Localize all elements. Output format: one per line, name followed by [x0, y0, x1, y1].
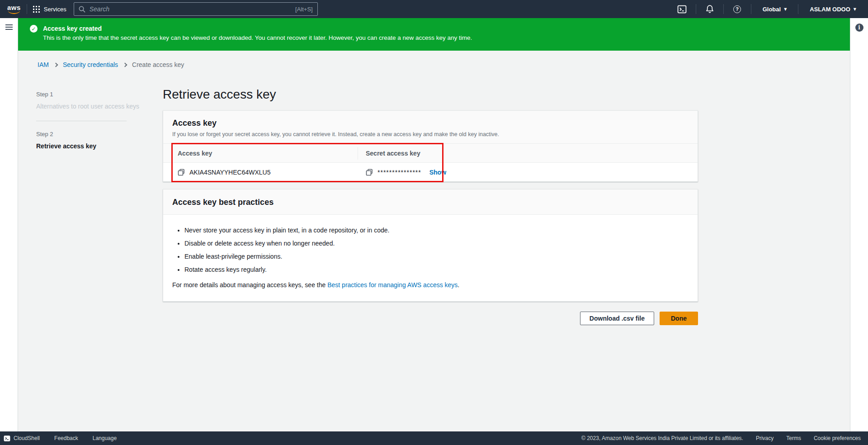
aws-logo-text: aws	[7, 5, 21, 11]
column-divider	[358, 147, 358, 160]
best-practices-card-header: Access key best practices	[163, 189, 698, 215]
access-key-card-description: If you lose or forget your secret access…	[172, 131, 689, 137]
cloudshell-terminal-icon	[4, 435, 10, 442]
access-key-row: AKIA4SNAYYHEC64WXLU5 *************** Sho…	[163, 163, 698, 181]
access-key-card: Access key If you lose or forget your se…	[163, 110, 698, 182]
best-practice-item: Disable or delete access key when no lon…	[184, 240, 689, 247]
app-shell: i ✓ Access key created This is the only …	[0, 18, 868, 431]
grid-icon	[33, 6, 40, 13]
bell-icon	[705, 5, 714, 14]
notifications-button[interactable]	[702, 2, 717, 16]
step-2-title: Retrieve access key	[36, 142, 145, 151]
check-circle-icon: ✓	[30, 25, 38, 33]
cloudshell-footer-button[interactable]: CloudShell	[4, 435, 40, 442]
help-button[interactable]: ?	[730, 2, 745, 16]
access-key-card-title: Access key	[172, 118, 689, 128]
divider	[27, 4, 27, 14]
divider	[696, 4, 696, 14]
best-practices-title: Access key best practices	[172, 198, 689, 207]
step-1-label: Step 1	[36, 91, 145, 98]
access-key-table-header: Access key Secret access key	[163, 144, 698, 163]
breadcrumb-iam[interactable]: IAM	[38, 61, 49, 68]
global-search[interactable]: [Alt+S]	[74, 2, 318, 16]
region-selector[interactable]: Global ▼	[757, 6, 793, 13]
divider	[751, 4, 751, 14]
success-banner: ✓ Access key created This is the only ti…	[18, 18, 850, 51]
cloudshell-footer-label: CloudShell	[14, 435, 40, 441]
services-menu-button[interactable]: Services	[33, 6, 66, 13]
access-key-card-header: Access key If you lose or forget your se…	[163, 111, 698, 144]
right-info-rail: i	[850, 18, 868, 431]
aws-logo[interactable]: aws	[7, 5, 21, 14]
access-key-value: AKIA4SNAYYHEC64WXLU5	[189, 169, 270, 176]
terms-link[interactable]: Terms	[786, 435, 801, 441]
download-csv-button[interactable]: Download .csv file	[580, 312, 654, 325]
page-title: Retrieve access key	[163, 87, 698, 102]
chevron-right-icon	[53, 62, 58, 67]
copy-icon	[366, 169, 373, 176]
divider	[723, 4, 724, 14]
footer-right: © 2023, Amazon Web Services India Privat…	[581, 435, 861, 441]
divider	[798, 4, 798, 14]
search-shortcut-hint: [Alt+S]	[295, 6, 313, 13]
best-practice-item: Never store your access key in plain tex…	[184, 227, 689, 234]
best-practice-item: Rotate access keys regularly.	[184, 266, 689, 273]
copy-access-key-button[interactable]	[178, 169, 185, 176]
region-label: Global	[763, 6, 781, 13]
aws-smile-icon	[8, 10, 20, 14]
language-button[interactable]: Language	[93, 435, 117, 441]
copy-icon	[178, 169, 185, 176]
account-label: ASLAM ODOO	[810, 6, 850, 13]
access-key-column-header: Access key	[178, 150, 212, 157]
step-2: Step 2 Retrieve access key	[36, 131, 145, 151]
feedback-label: Feedback	[54, 435, 78, 441]
best-practices-card: Access key best practices Never store yo…	[163, 189, 698, 302]
steps-divider	[36, 121, 127, 121]
footer-prefix-text: For more details about managing access k…	[172, 281, 327, 289]
privacy-link[interactable]: Privacy	[756, 435, 774, 441]
main-content: Retrieve access key Access key If you lo…	[163, 75, 698, 325]
banner-title: Access key created	[43, 24, 472, 33]
chevron-down-icon: ▼	[854, 7, 856, 11]
banner-description: This is the only time that the secret ac…	[43, 33, 472, 43]
left-sidebar-rail	[0, 18, 18, 431]
cloudshell-terminal-icon	[677, 5, 687, 14]
secret-access-key-masked: ***************	[377, 169, 421, 176]
step-1-title: Alternatives to root user access keys	[36, 102, 145, 111]
search-icon	[79, 6, 85, 13]
footer-bar: CloudShell Feedback Language © 2023, Ama…	[0, 431, 868, 445]
done-button[interactable]: Done	[660, 312, 698, 325]
step-1: Step 1 Alternatives to root user access …	[36, 91, 145, 111]
breadcrumb: IAM Security credentials Create access k…	[18, 51, 850, 75]
breadcrumb-current: Create access key	[132, 61, 184, 68]
top-navigation-bar: aws Services [Alt+S]	[0, 0, 868, 18]
secret-access-key-column-header: Secret access key	[366, 150, 420, 157]
info-panel-icon[interactable]: i	[855, 24, 863, 32]
best-practices-list: Never store your access key in plain tex…	[172, 227, 689, 273]
question-mark-icon: ?	[733, 5, 741, 13]
breadcrumb-security-credentials[interactable]: Security credentials	[63, 61, 118, 68]
chevron-down-icon: ▼	[784, 7, 787, 11]
step-2-label: Step 2	[36, 131, 145, 137]
best-practice-item: Enable least-privilege permissions.	[184, 253, 689, 260]
best-practices-link[interactable]: Best practices for managing AWS access k…	[327, 281, 458, 289]
feedback-button[interactable]: Feedback	[54, 435, 78, 441]
best-practices-body: Never store your access key in plain tex…	[163, 215, 698, 301]
access-key-table: Access key Secret access key	[163, 144, 698, 181]
language-label: Language	[93, 435, 117, 441]
topbar-right-cluster: ? Global ▼ ASLAM ODOO ▼	[675, 2, 862, 16]
wizard-steps-nav: Step 1 Alternatives to root user access …	[36, 75, 145, 325]
copy-secret-key-button[interactable]	[366, 169, 373, 176]
cookie-preferences-link[interactable]: Cookie preferences	[814, 435, 861, 441]
search-input[interactable]	[90, 5, 295, 13]
show-secret-link[interactable]: Show	[429, 169, 446, 176]
account-menu[interactable]: ASLAM ODOO ▼	[804, 6, 862, 13]
best-practices-footer: For more details about managing access k…	[172, 281, 689, 289]
hamburger-menu-icon[interactable]	[5, 24, 13, 30]
footer-suffix-text: .	[458, 281, 459, 289]
services-label: Services	[44, 6, 66, 13]
content-row: Step 1 Alternatives to root user access …	[18, 75, 850, 325]
success-banner-text: Access key created This is the only time…	[43, 24, 472, 51]
copyright-text: © 2023, Amazon Web Services India Privat…	[581, 435, 743, 441]
cloudshell-button[interactable]	[675, 2, 690, 16]
